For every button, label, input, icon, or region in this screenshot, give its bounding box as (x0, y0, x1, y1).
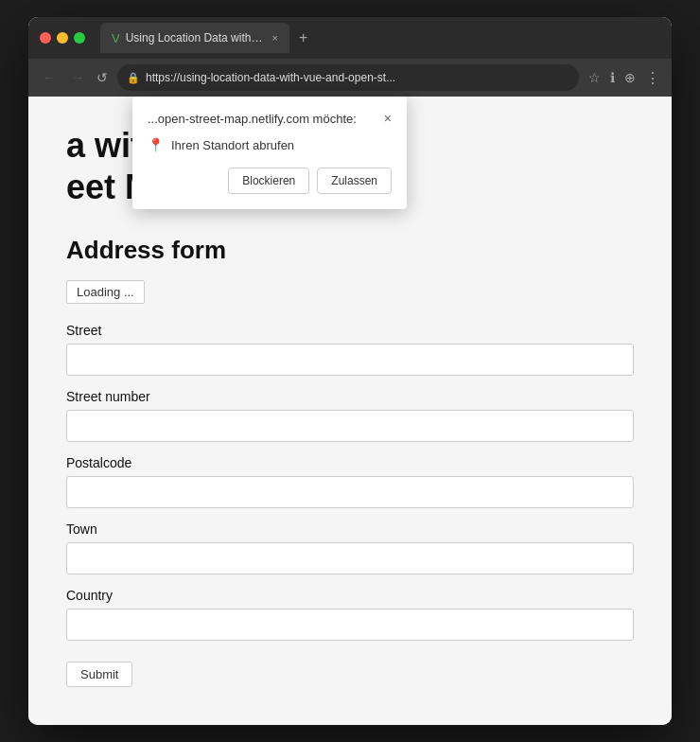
forward-button[interactable]: → (68, 70, 87, 85)
postalcode-input[interactable] (66, 476, 634, 508)
active-tab[interactable]: V Using Location Data with Vue. × (100, 23, 289, 53)
street-number-field-group: Street number (66, 389, 634, 442)
country-label: Country (66, 588, 634, 603)
new-tab-button[interactable]: + (293, 29, 313, 46)
close-button[interactable] (40, 32, 51, 44)
block-button[interactable]: Blockieren (228, 168, 309, 194)
back-button[interactable]: ← (40, 70, 59, 85)
popup-location-row: 📍 Ihren Standort abrufen (148, 137, 392, 152)
extension-icon[interactable]: ⊕ (624, 70, 636, 85)
street-field-group: Street (66, 323, 634, 376)
town-field-group: Town (66, 521, 634, 574)
town-label: Town (66, 521, 634, 537)
title-bar: V Using Location Data with Vue. × + (28, 17, 672, 59)
allow-button[interactable]: Zulassen (317, 168, 392, 194)
tab-close-button[interactable]: × (272, 32, 278, 44)
tab-favicon: V (112, 31, 120, 45)
street-input[interactable] (66, 344, 634, 376)
popup-title: ...open-street-map.netlify.com möchte: (148, 112, 357, 126)
traffic-lights (40, 32, 85, 44)
street-number-input[interactable] (66, 410, 634, 442)
street-label: Street (66, 323, 634, 338)
url-bar[interactable]: 🔒 https://using-location-data-with-vue-a… (117, 64, 579, 91)
popup-location-text: Ihren Standort abrufen (171, 138, 294, 152)
location-pin-icon: 📍 (148, 137, 164, 152)
postalcode-label: Postalcode (66, 455, 634, 470)
street-number-label: Street number (66, 389, 634, 404)
popup-buttons: Blockieren Zulassen (148, 168, 392, 194)
bookmark-icon[interactable]: ☆ (588, 70, 601, 85)
tab-label: Using Location Data with Vue. (126, 31, 263, 44)
form-title: Address form (66, 236, 634, 265)
menu-button[interactable]: ⋮ (645, 69, 660, 87)
submit-button[interactable]: Submit (66, 662, 132, 687)
maximize-button[interactable] (74, 32, 85, 44)
address-bar: ← → ↺ 🔒 https://using-location-data-with… (28, 59, 672, 97)
minimize-button[interactable] (57, 32, 68, 44)
popup-header: ...open-street-map.netlify.com möchte: × (148, 112, 392, 126)
country-input[interactable] (66, 609, 634, 641)
loading-button[interactable]: Loading ... (66, 280, 145, 304)
browser-window: V Using Location Data with Vue. × + ← → … (28, 17, 672, 724)
permission-popup: ...open-street-map.netlify.com möchte: ×… (132, 97, 407, 209)
country-field-group: Country (66, 588, 634, 641)
lock-icon: 🔒 (127, 72, 140, 84)
page-content: ...open-street-map.netlify.com möchte: ×… (28, 97, 672, 724)
url-text: https://using-location-data-with-vue-and… (146, 71, 395, 84)
popup-close-button[interactable]: × (384, 112, 392, 125)
info-icon[interactable]: ℹ (610, 70, 615, 85)
tab-bar: V Using Location Data with Vue. × + (100, 23, 660, 53)
address-form: Street Street number Postalcode Town Cou… (66, 323, 634, 687)
postalcode-field-group: Postalcode (66, 455, 634, 508)
town-input[interactable] (66, 542, 634, 574)
refresh-button[interactable]: ↺ (96, 70, 108, 85)
